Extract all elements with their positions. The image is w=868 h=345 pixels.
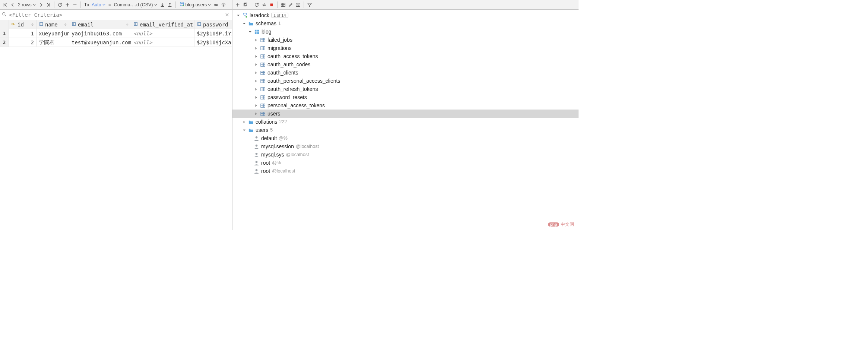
tx-mode-dropdown[interactable]: Tx: Auto: [83, 1, 107, 9]
tree-table-users[interactable]: users: [232, 110, 579, 118]
cell-email-verified[interactable]: <null>: [131, 29, 194, 38]
first-page-button[interactable]: [1, 1, 9, 9]
cell-password[interactable]: $2y$10$jcXak8jO.Yzs: [194, 38, 232, 47]
tree-dbuser[interactable]: mysql.session@localhost: [232, 142, 579, 151]
clear-filter-button[interactable]: [223, 11, 231, 19]
user-icon: [254, 160, 259, 166]
reload-button[interactable]: [56, 1, 64, 9]
duplicate-button[interactable]: [241, 1, 249, 9]
tree-dbuser[interactable]: mysql.sys@localhost: [232, 151, 579, 159]
filter-button[interactable]: [306, 1, 313, 9]
cell-email[interactable]: yaojinbu@163.com: [69, 29, 131, 38]
new-button[interactable]: [234, 1, 241, 9]
row-header-corner: [0, 20, 9, 29]
export-format-dropdown[interactable]: Comma-…d (CSV): [113, 1, 159, 9]
tree-table-migrations[interactable]: migrations: [232, 44, 579, 52]
tree-schemas[interactable]: schemas 1: [232, 19, 579, 28]
stop-button[interactable]: [268, 1, 275, 9]
console-button[interactable]: QL: [294, 1, 302, 9]
chevron-right-icon: [254, 88, 258, 91]
cell-password[interactable]: $2y$10$P.iY2MxJg.9x: [194, 29, 232, 38]
sync-button[interactable]: [260, 1, 268, 9]
column-header-id[interactable]: id ≑: [9, 20, 37, 29]
svg-rect-29: [261, 104, 265, 107]
refresh-button[interactable]: [253, 1, 260, 9]
table-icon: [260, 86, 266, 92]
svg-point-34: [256, 161, 258, 163]
datasource-label: blog.users: [186, 2, 207, 7]
tree-dbuser[interactable]: root@localhost: [232, 167, 579, 175]
datasource-dropdown[interactable]: blog.users: [178, 1, 213, 9]
tree-datasource[interactable]: laradock 1 of 14: [232, 11, 579, 19]
tree-table-oauth-access-tokens[interactable]: oauth_access_tokens: [232, 52, 579, 60]
cell-name[interactable]: xueyuanjun: [37, 29, 69, 38]
tree-table-password-resets[interactable]: password_resets: [232, 93, 579, 101]
svg-rect-28: [261, 95, 265, 99]
cell-id[interactable]: 2: [9, 38, 37, 47]
table-view-button[interactable]: [279, 1, 287, 9]
next-page-button[interactable]: [37, 1, 45, 9]
cell-email-verified[interactable]: <null>: [131, 38, 194, 47]
table-icon: [260, 78, 266, 84]
tree-dbuser[interactable]: root@%: [232, 159, 579, 167]
edit-button[interactable]: [287, 1, 294, 9]
tree-users-folder[interactable]: users 5: [232, 126, 579, 134]
row-number[interactable]: 2: [0, 38, 9, 47]
column-header-email-verified[interactable]: email_verified_at ≑: [131, 20, 194, 29]
column-header-password[interactable]: password: [194, 20, 232, 29]
tree-schema-blog[interactable]: blog: [232, 28, 579, 36]
row-count-dropdown[interactable]: 2 rows: [16, 1, 37, 9]
svg-point-5: [12, 23, 14, 25]
more-tx-button[interactable]: »: [107, 1, 113, 9]
tree-table-oauth-refresh-tokens[interactable]: oauth_refresh_tokens: [232, 85, 579, 93]
user-icon: [254, 144, 259, 149]
tree-table-oauth-auth-codes[interactable]: oauth_auth_codes: [232, 60, 579, 69]
chevron-right-icon: [254, 63, 258, 66]
tree-host: @%: [272, 160, 281, 165]
tree-table-personal-access-tokens[interactable]: personal_access_tokens: [232, 101, 579, 110]
remove-row-button[interactable]: [71, 1, 79, 9]
separator: [251, 1, 251, 8]
datasource-icon: [242, 13, 248, 18]
tree-label: oauth_personal_access_clients: [267, 78, 340, 84]
tree-dbuser[interactable]: default@%: [232, 134, 579, 142]
cell-id[interactable]: 1: [9, 29, 37, 38]
svg-rect-12: [270, 3, 273, 6]
tree-label: oauth_access_tokens: [267, 53, 318, 59]
tree-label: oauth_auth_codes: [267, 61, 310, 67]
tree-host: @%: [279, 136, 288, 141]
tree-label: default: [261, 135, 277, 141]
column-header-email[interactable]: email ≑: [69, 20, 131, 29]
chevron-right-icon: [254, 79, 258, 83]
chevron-right-icon: [254, 104, 258, 107]
tree-label: oauth_clients: [267, 70, 298, 76]
tree-table-oauth-clients[interactable]: oauth_clients: [232, 69, 579, 77]
column-header-name[interactable]: name ≑: [37, 20, 69, 29]
view-button[interactable]: [212, 1, 220, 9]
cell-email[interactable]: test@xueyuanjun.com: [69, 38, 131, 47]
cell-name[interactable]: 学院君: [37, 38, 69, 47]
database-tree[interactable]: laradock 1 of 14 schemas 1 blog failed_j…: [232, 10, 579, 230]
svg-rect-19: [255, 32, 257, 34]
tree-table-oauth-personal-access-clients[interactable]: oauth_personal_access_clients: [232, 77, 579, 85]
settings-button[interactable]: [220, 1, 227, 9]
chevron-right-icon: [254, 71, 258, 75]
svg-rect-20: [257, 32, 259, 34]
tree-collations[interactable]: collations 222: [232, 118, 579, 126]
prev-page-button[interactable]: [9, 1, 16, 9]
export-button[interactable]: [159, 1, 166, 9]
schema-icon: [254, 29, 260, 35]
tree-table-failed-jobs[interactable]: failed_jobs: [232, 36, 579, 44]
chevron-down-icon: [208, 3, 211, 6]
tree-label: collations: [256, 119, 277, 125]
table-icon: [260, 95, 266, 100]
svg-point-0: [180, 2, 183, 4]
import-button[interactable]: [166, 1, 174, 9]
tree-count: 5: [270, 127, 273, 133]
add-row-button[interactable]: [64, 1, 71, 9]
svg-rect-13: [281, 3, 285, 6]
row-number[interactable]: 1: [0, 29, 9, 38]
last-page-button[interactable]: [45, 1, 52, 9]
user-icon: [254, 168, 259, 174]
filter-input[interactable]: [9, 12, 221, 18]
